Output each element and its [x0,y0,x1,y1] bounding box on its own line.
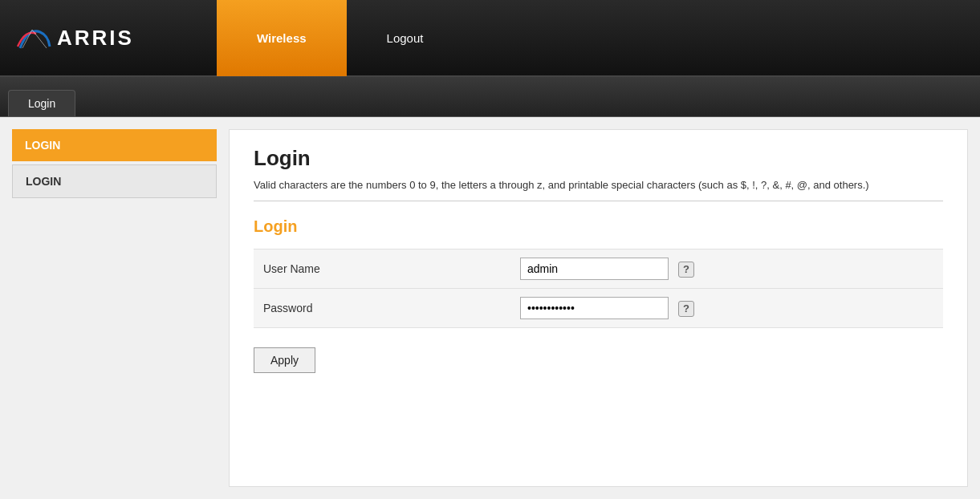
content-panel: Login Valid characters are the numbers 0… [229,129,968,487]
username-input-cell: ? [510,250,943,289]
username-input[interactable] [520,258,669,280]
password-help-button[interactable]: ? [678,301,694,317]
login-form-table: User Name ? Password ? [254,249,943,328]
username-label: User Name [254,250,510,289]
sidebar: LOGIN LOGIN [12,129,217,487]
password-row: Password ? [254,289,943,328]
second-bar: Login [0,77,980,117]
password-input[interactable] [520,297,669,319]
page-title: Login [254,146,943,171]
nav-tab-wireless[interactable]: Wireless [217,0,347,76]
main-content: LOGIN LOGIN Login Valid characters are t… [0,117,980,499]
arris-logo: ARRIS [16,26,134,51]
apply-button[interactable]: Apply [254,347,315,373]
description-text: Valid characters are the numbers 0 to 9,… [254,179,943,201]
sidebar-login-inactive-button[interactable]: LOGIN [12,164,217,198]
top-navigation: ARRIS Wireless Logout [0,0,980,77]
nav-tabs: Wireless Logout [217,0,463,75]
username-row: User Name ? [254,250,943,289]
sidebar-login-active-button[interactable]: LOGIN [12,129,217,161]
arris-text: ARRIS [57,26,134,51]
password-label: Password [254,289,510,328]
page-tab-login[interactable]: Login [8,90,75,116]
arris-logo-icon [16,26,52,50]
section-title: Login [254,217,943,236]
password-input-cell: ? [510,289,943,328]
logo-area: ARRIS [0,26,217,51]
nav-tab-logout[interactable]: Logout [347,0,464,76]
username-help-button[interactable]: ? [678,262,694,278]
